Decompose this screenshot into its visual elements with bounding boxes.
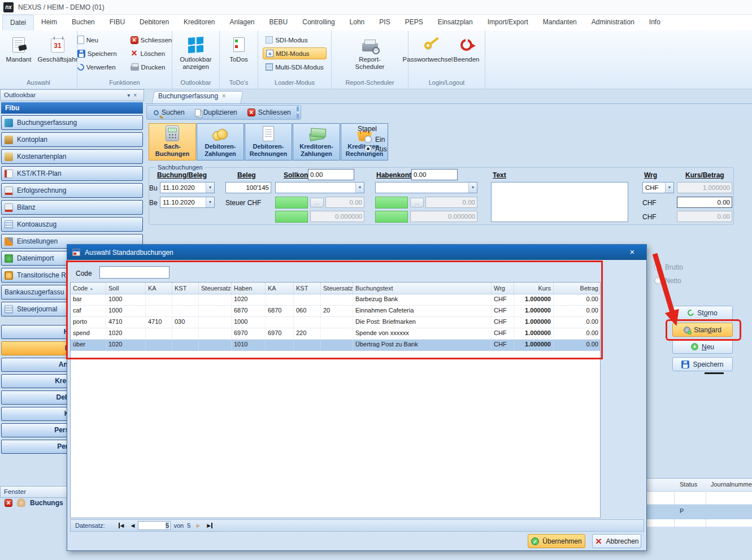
status-column-header[interactable]: Status	[680, 481, 697, 488]
todos-button[interactable]: ToDos	[220, 33, 258, 64]
haben-steuercode-field[interactable]	[375, 197, 408, 209]
abbrechen-button[interactable]: Abbrechen	[592, 534, 641, 548]
chevron-down-icon[interactable]: ▼	[206, 183, 214, 193]
neu-button[interactable]: Neu	[672, 340, 733, 354]
menu-tab-heim[interactable]: Heim	[34, 15, 64, 31]
speichern-button[interactable]: Speichern	[672, 357, 733, 371]
sdi-modus-button[interactable]: SDI-Modus	[263, 34, 327, 46]
soll-steuercode-field[interactable]	[275, 197, 308, 209]
menu-tab-administration[interactable]: Administration	[584, 15, 642, 31]
schliessen-button[interactable]: Schliessen	[128, 34, 175, 46]
first-record-icon[interactable]: ◀	[119, 523, 124, 528]
buchungstext-textarea[interactable]	[491, 182, 628, 222]
menu-tab-buchen[interactable]: Buchen	[64, 15, 102, 31]
sidebar-item-kst-ktr-plan[interactable]: KST/KTR-Plan	[1, 166, 143, 181]
close-window-icon[interactable]	[5, 499, 12, 507]
table-row-ber[interactable]: über10201010Übertrag Post zu BankCHF1.00…	[71, 340, 600, 351]
stapel-ein-radio[interactable]	[364, 136, 372, 143]
previous-record-icon[interactable]: ◀	[131, 523, 135, 528]
menu-tab-mandanten[interactable]: Mandanten	[536, 15, 584, 31]
menu-tab-fibu[interactable]: FIBU	[102, 15, 132, 31]
column-header-haben-5[interactable]: Haben	[232, 283, 266, 294]
soll-steuer-lookup-button[interactable]: ...	[310, 198, 324, 207]
sidebar-item-bilanz[interactable]: Bilanz	[1, 200, 143, 215]
storno-button[interactable]: Storno	[672, 306, 733, 320]
habenkonto-combo[interactable]: ▼	[375, 182, 477, 193]
sidebar-item-kontoplan[interactable]: Kontoplan	[1, 132, 143, 147]
column-header-betrag-12[interactable]: Betrag	[554, 283, 601, 294]
menu-tab-bebu[interactable]: BEBU	[262, 15, 295, 31]
fenster-window-item[interactable]: Buchungs	[5, 498, 63, 507]
column-header-steuersatz-8[interactable]: Steuersatz	[321, 283, 353, 294]
outlookbar-anzeigen-button[interactable]: Outlookbar anzeigen	[177, 33, 215, 72]
menu-tab-info[interactable]: Info	[642, 15, 668, 31]
chevron-down-icon[interactable]: ▾	[127, 92, 133, 98]
betrag-input[interactable]: 0.00	[677, 197, 732, 208]
mdi-modus-button[interactable]: MDI-Modus	[263, 47, 327, 59]
tab-close-icon[interactable]: ×	[222, 92, 226, 100]
verwerfen-button[interactable]: Verwerfen	[75, 61, 120, 73]
menu-tab-controlling[interactable]: Controlling	[295, 15, 342, 31]
chevron-down-icon[interactable]: ▼	[355, 183, 364, 193]
table-row-porto[interactable]: porto471047100301000Die Post: Briefmarke…	[71, 317, 600, 328]
column-header-wrg-10[interactable]: Wrg	[492, 283, 514, 294]
schliessen-toolbar-button[interactable]: Schliessen	[243, 106, 295, 119]
menu-tab-kreditoren[interactable]: Kreditoren	[176, 15, 222, 31]
column-header-ka-6[interactable]: KA	[266, 283, 294, 294]
booking-type-sach-buchungen[interactable]: Sach-Buchungen	[149, 123, 196, 160]
journal-row-selected[interactable]: P	[642, 505, 752, 519]
drucken-button[interactable]: Drucken	[128, 61, 175, 73]
l-schen-button[interactable]: Löschen	[128, 47, 175, 59]
sidebar-item-erfolgsrechnung[interactable]: Erfolgsrechnung	[1, 183, 143, 198]
record-position-input[interactable]: 5	[138, 521, 171, 530]
booking-type-debitoren-zahlungen[interactable]: Debitoren-Zahlungen	[197, 123, 244, 160]
sollkonto-combo[interactable]: ▼	[275, 182, 364, 193]
multi-sdi-modus-button[interactable]: Multi-SDI-Modus	[263, 61, 327, 73]
column-header-buchungstext-9[interactable]: Buchungstext	[353, 283, 492, 294]
menu-tab-import-export[interactable]: Import/Export	[480, 15, 536, 31]
menu-tab-einsatzplan[interactable]: Einsatzplan	[431, 15, 480, 31]
belegdatum-combo[interactable]: 11.10.2020▼	[160, 197, 215, 208]
column-header-kurs-11[interactable]: Kurs	[514, 283, 554, 294]
sidebar-item-kontoauszug[interactable]: Kontoauszug	[1, 217, 143, 232]
menu-tab-peps[interactable]: PEPS	[398, 15, 431, 31]
duplizieren-toolbar-button[interactable]: Duplizieren	[190, 106, 242, 119]
next-record-icon[interactable]: ▶	[196, 523, 200, 528]
chevron-down-icon[interactable]: ▼	[665, 183, 673, 193]
column-header-ka-2[interactable]: KA	[146, 283, 172, 294]
dialog-titlebar[interactable]: Auswahl Standardbuchungen ×	[67, 245, 646, 260]
booking-type-debitoren-rechnungen[interactable]: Debitoren-Rechnungen	[245, 123, 292, 160]
report-scheduler-button[interactable]: Report-Scheduler	[351, 33, 389, 72]
column-header-soll-1[interactable]: Soll	[106, 283, 146, 294]
table-row-caf[interactable]: caf10006870687006020Einnahmen CafeteriaC…	[71, 306, 600, 317]
wrg-combo[interactable]: CHF▼	[642, 182, 674, 193]
chevron-down-icon[interactable]: ▼	[206, 197, 214, 207]
booking-type-kreditoren-zahlungen[interactable]: Kreditoren-Zahlungen	[293, 123, 340, 160]
column-header-code-0[interactable]: Code▲	[71, 283, 106, 294]
mandant-button[interactable]: Mandant	[0, 33, 37, 64]
menu-tab-lohn[interactable]: Lohn	[342, 15, 372, 31]
column-header-steuersatz-4[interactable]: Steuersatz	[199, 283, 232, 294]
journal-number-column-header[interactable]: Journalnumme	[711, 481, 752, 488]
dialog-close-icon[interactable]: ×	[626, 246, 638, 258]
speichern-button[interactable]: Speichern	[75, 47, 120, 59]
table-row-spend[interactable]: spend102069706970220Spende von xxxxxxCHF…	[71, 328, 600, 340]
menu-tab-pis[interactable]: PIS	[372, 15, 397, 31]
column-header-kst-7[interactable]: KST	[294, 283, 321, 294]
table-row-bar[interactable]: bar10001020Barbezug BankCHF1.0000000.00	[71, 294, 600, 306]
beleg-input[interactable]: 100'145	[225, 182, 271, 193]
menu-tab-datei[interactable]: Datei	[2, 15, 34, 31]
toolbar-overflow-icon[interactable]: ▾	[297, 106, 299, 119]
sidebar-item-kostenartenplan[interactable]: Kostenartenplan	[1, 149, 143, 164]
neu-button[interactable]: Neu	[75, 34, 120, 46]
menu-tab-anlagen[interactable]: Anlagen	[222, 15, 262, 31]
menu-tab-debitoren[interactable]: Debitoren	[132, 15, 176, 31]
uebernehmen-button[interactable]: Übernehmen	[528, 534, 585, 548]
suchen-toolbar-button[interactable]: Suchen	[149, 106, 189, 119]
brutto-radio[interactable]	[654, 263, 662, 271]
journal-row-empty[interactable]	[642, 492, 752, 505]
soll-steuersatz-field[interactable]	[275, 211, 308, 223]
netto-radio[interactable]	[654, 277, 662, 284]
code-input[interactable]	[99, 266, 169, 279]
passwortwechsel-button[interactable]: Passwortwechsel	[408, 33, 447, 64]
